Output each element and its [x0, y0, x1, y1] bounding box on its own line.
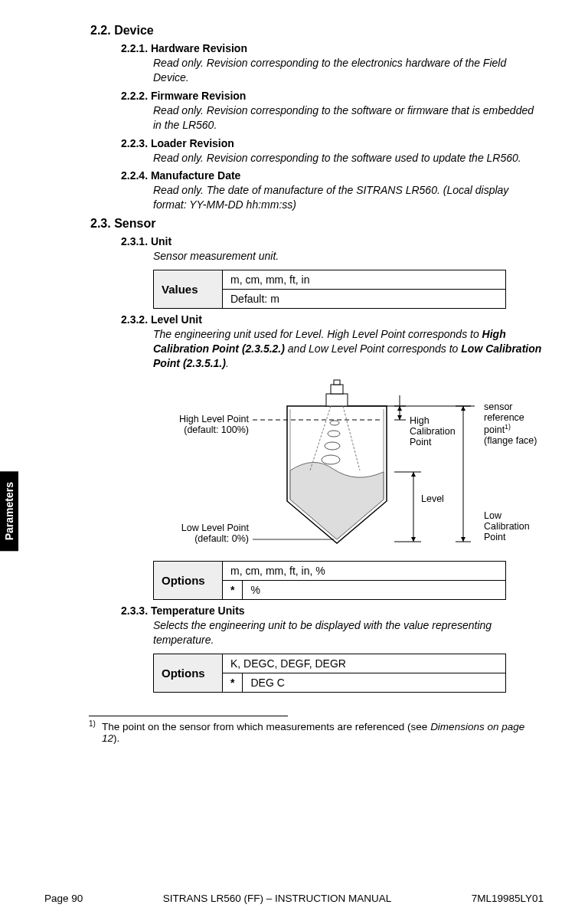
desc-2-2-3: Read only. Revision corresponding to the…: [153, 151, 544, 165]
footer-page: Page 90: [44, 893, 83, 904]
label-level: Level: [421, 493, 444, 504]
table-cell: DEG C: [243, 673, 506, 692]
svg-rect-0: [326, 394, 348, 406]
desc-2-3-1: Sensor measurement unit.: [153, 249, 544, 264]
section-2-2-3: 2.2.3. Loader Revision: [121, 137, 544, 149]
page-footer: Page 90 SITRANS LR560 (FF) – INSTRUCTION…: [44, 893, 544, 904]
section-2-3: 2.3. Sensor: [90, 217, 544, 231]
table-cell: %: [243, 580, 506, 599]
label-high-cal: High Calibration Point: [410, 415, 456, 447]
table-unit-values: Values m, cm, mm, ft, in Default: m: [153, 270, 506, 309]
desc-2-2-2: Read only. Revision corresponding to the…: [153, 103, 544, 133]
footnote-1: 1) The point on the sensor from which me…: [89, 719, 544, 744]
desc-2-2-4: Read only. The date of manufacture of th…: [153, 183, 544, 212]
table-header-options: Options: [154, 561, 223, 599]
table-tempunit-options: Options K, DEGC, DEGF, DEGR * DEG C: [153, 654, 506, 693]
label-high-level-point: High Level Point (default: 100%): [179, 414, 249, 435]
label-low-level-point: Low Level Point (default: 0%): [181, 523, 249, 544]
table-levelunit-options: Options m, cm, mm, ft, in, % * %: [153, 561, 506, 600]
section-2-2: 2.2. Device: [90, 24, 544, 38]
table-header-options: Options: [154, 654, 223, 692]
section-2-3-2: 2.3.2. Level Unit: [121, 313, 544, 326]
table-cell-star: *: [223, 580, 243, 599]
footer-title: SITRANS LR560 (FF) – INSTRUCTION MANUAL: [163, 893, 392, 904]
side-tab-parameters: Parameters: [0, 471, 18, 551]
table-cell: Default: m: [223, 290, 506, 309]
svg-rect-2: [334, 380, 340, 385]
table-cell: m, cm, mm, ft, in: [223, 270, 506, 290]
label-sensor-ref: sensor reference point1) (flange face): [484, 401, 537, 446]
section-2-2-1: 2.2.1. Hardware Revision: [121, 42, 544, 54]
section-2-2-4: 2.2.4. Manufacture Date: [121, 169, 544, 182]
desc-2-2-1: Read only. Revision corresponding to the…: [153, 56, 544, 85]
level-diagram: High Level Point (default: 100%) Low Lev…: [153, 378, 570, 555]
table-cell: K, DEGC, DEGF, DEGR: [223, 654, 506, 673]
table-cell-star: *: [223, 673, 243, 692]
footer-docid: 7ML19985LY01: [472, 893, 544, 904]
label-low-cal: Low Calibration Point: [484, 510, 530, 542]
footnote-rule: [89, 716, 288, 716]
desc-2-3-3: Selects the engineering unit to be displ…: [153, 618, 544, 647]
svg-rect-1: [331, 385, 343, 394]
table-cell: m, cm, mm, ft, in, %: [223, 561, 506, 580]
table-header-values: Values: [154, 270, 223, 309]
section-2-3-1: 2.3.1. Unit: [121, 235, 544, 247]
desc-2-3-2: The engineering unit used for Level. Hig…: [153, 327, 544, 371]
section-2-2-2: 2.2.2. Firmware Revision: [121, 90, 544, 102]
section-2-3-3: 2.3.3. Temperature Units: [121, 605, 544, 617]
